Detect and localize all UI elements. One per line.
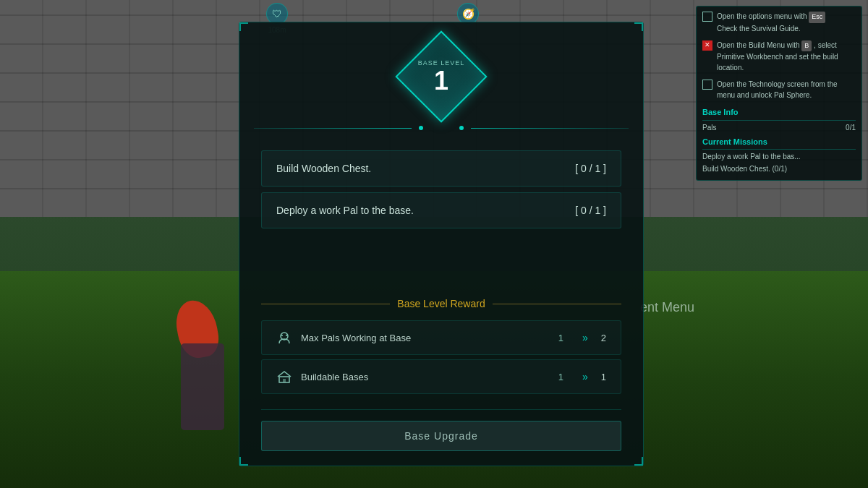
reward-item-1: Max Pals Working at Base 1 » 2	[261, 320, 621, 355]
ent-menu-label: ent Menu	[640, 300, 694, 315]
reward-to-2: 1	[601, 372, 606, 382]
hud-base-info: Pals 0/1	[702, 122, 856, 133]
mission-text-1: Build Wooden Chest.	[276, 163, 371, 174]
tech-line-right	[471, 128, 629, 129]
reward-arrows-2: »	[582, 371, 588, 382]
tech-line-left	[254, 128, 412, 129]
hud-checkbox-1	[702, 12, 712, 22]
pals-value: 0/1	[846, 122, 856, 133]
mission-text-2: Deploy a work Pal to the base.	[276, 205, 414, 216]
svg-rect-4	[283, 379, 286, 382]
tech-dot-left	[419, 126, 423, 130]
corner-br	[634, 457, 643, 466]
hud-task-3: Open the Technology screen from the menu…	[702, 79, 856, 100]
hud-task-text-1: Open the options menu with Esc Check the…	[717, 11, 856, 34]
svg-point-2	[286, 335, 287, 336]
reward-title: Base Level Reward	[397, 298, 485, 309]
reward-from-2: 1	[558, 372, 563, 382]
hud-task-2: Open the Build Menu with B , select Prim…	[702, 40, 856, 74]
base-upgrade-button[interactable]: Base Upgrade	[261, 421, 621, 451]
character-silhouette	[166, 286, 239, 430]
hud-task-text-2: Open the Build Menu with B , select Prim…	[717, 40, 856, 74]
pals-label: Pals	[702, 122, 716, 133]
hud-task-1: Open the options menu with Esc Check the…	[702, 11, 856, 34]
reward-from-1: 1	[558, 333, 563, 343]
corner-bl	[239, 457, 248, 466]
base-level-number: 1	[434, 66, 448, 95]
bottom-divider	[261, 409, 621, 410]
base-info-title: Base Info	[702, 106, 856, 121]
reward-line-right	[493, 304, 621, 304]
current-missions-title: Current Missions	[702, 136, 856, 150]
hud-mission-1: Deploy a work Pal to the bas...	[702, 151, 856, 162]
reward-divider: Base Level Reward	[261, 298, 621, 309]
hud-key-b: B	[801, 40, 812, 52]
svg-point-1	[281, 335, 283, 336]
current-missions-list: Deploy a work Pal to the bas... Build Wo…	[702, 151, 856, 174]
hud-key-esc: Esc	[809, 12, 825, 23]
right-hud-panel: Open the options menu with Esc Check the…	[696, 6, 862, 181]
reward-arrows-1: »	[582, 332, 588, 343]
mission-item-1: Build Wooden Chest. [ 0 / 1 ]	[261, 150, 621, 187]
missions-area: Build Wooden Chest. [ 0 / 1 ] Deploy a w…	[239, 150, 643, 234]
reward-item-2: Buildable Bases 1 » 1	[261, 359, 621, 394]
diamond-content: Base Level 1	[418, 59, 465, 94]
hud-checkbox-2	[702, 40, 712, 51]
mission-progress-2: [ 0 / 1 ]	[575, 205, 606, 216]
base-level-diamond: Base Level 1	[398, 33, 485, 120]
base-level-area: Base Level 1	[239, 22, 643, 120]
hud-task-text-3: Open the Technology screen from the menu…	[717, 79, 856, 100]
reward-to-1: 2	[601, 333, 606, 343]
reward-section: Base Level Reward Max Pals Working at Ba…	[239, 298, 643, 398]
mission-item-2: Deploy a work Pal to the base. [ 0 / 1 ]	[261, 192, 621, 228]
main-panel: Base Level 1 Build Wooden Chest. [ 0 / 1…	[239, 22, 644, 466]
tech-line-top	[239, 126, 643, 130]
base-icon	[276, 369, 292, 385]
character-body	[181, 343, 224, 430]
tech-dot-right	[459, 126, 464, 130]
upgrade-btn-container: Base Upgrade	[239, 421, 643, 451]
reward-name-2: Buildable Bases	[301, 372, 550, 382]
hud-mission-2: Build Wooden Chest. (0/1)	[702, 163, 856, 174]
reward-line-left	[261, 304, 390, 304]
mission-progress-1: [ 0 / 1 ]	[575, 163, 606, 174]
hud-checkbox-3	[702, 80, 712, 90]
pals-icon	[276, 330, 292, 346]
reward-name-1: Max Pals Working at Base	[301, 333, 550, 343]
spacer-line	[430, 128, 452, 129]
